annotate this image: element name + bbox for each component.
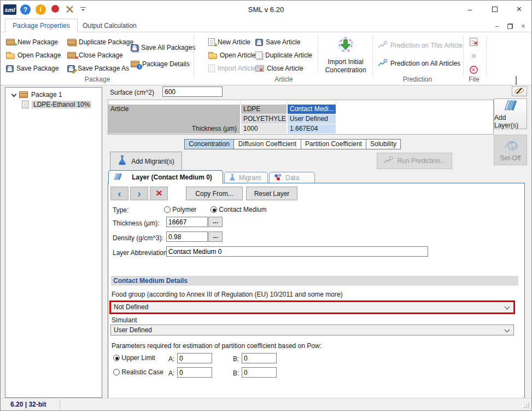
tab-migrant: Migrant: [224, 172, 268, 183]
duplicate-package-button[interactable]: Duplicate Package: [67, 37, 133, 48]
realistic-b-input[interactable]: [242, 367, 277, 378]
open-article-button[interactable]: Open Article: [208, 50, 255, 61]
surface-label: Surface (cm^2): [110, 89, 154, 96]
tab-diffusion-coefficient[interactable]: Diffusion Coefficient: [233, 139, 301, 149]
layers-icon: [504, 99, 518, 113]
tab-solubility[interactable]: Solubility: [366, 139, 401, 149]
radio-upper-limit-circle[interactable]: [113, 355, 120, 361]
resize-grip[interactable]: [528, 407, 529, 408]
exit-icon: ×: [470, 66, 478, 74]
molecule-icon: [274, 173, 282, 183]
delete-layer-button[interactable]: ×: [150, 187, 168, 200]
radio-polymer[interactable]: Polymer: [164, 206, 196, 213]
radio-upper-limit[interactable]: Upper Limit: [113, 354, 155, 362]
document-close-button[interactable]: ×: [517, 22, 529, 31]
version-status: 6.20 | 32-bit: [10, 401, 46, 408]
upper-b-input[interactable]: [242, 353, 277, 363]
layer-tab-layers-icon: [113, 172, 122, 182]
pow-parameters-label: Parameters required for estimation of pa…: [112, 342, 321, 350]
document-restore-button[interactable]: [504, 22, 516, 31]
grid-layer1-thickness[interactable]: 1000: [241, 124, 287, 134]
save-all-icon: [131, 44, 138, 51]
close-article-button[interactable]: × Close Article: [255, 63, 303, 74]
grid-layer1-name[interactable]: LDPE: [241, 105, 287, 114]
radio-contact-medium-circle[interactable]: [211, 206, 217, 213]
tab-concentration[interactable]: Concentration: [184, 139, 234, 149]
copy-from-button[interactable]: Copy From...: [186, 187, 243, 200]
grid-layer2-thickness[interactable]: 1.667E04: [288, 124, 336, 134]
grid-layer2-name-selected[interactable]: Contact Medi...: [288, 105, 336, 114]
ribbon-collapse-button[interactable]: [516, 77, 517, 85]
next-layer-button[interactable]: ›: [130, 187, 148, 200]
reset-layer-button[interactable]: Reset Layer: [246, 187, 297, 200]
radio-contact-medium[interactable]: Contact Medium: [211, 206, 267, 213]
document-minimize-button[interactable]: –: [491, 22, 503, 31]
selected-tree-label: LDPE-Ethanol 10%: [32, 101, 91, 108]
density-browse-button[interactable]: ...: [208, 231, 223, 242]
food-group-dropdown[interactable]: Not Defined: [111, 302, 513, 312]
type-label: Type:: [113, 206, 128, 214]
upper-a-input[interactable]: [177, 353, 212, 363]
new-article-button[interactable]: + New Article: [208, 37, 250, 48]
add-layers-button[interactable]: Add Layer(s): [494, 99, 527, 129]
tab-output-calculation[interactable]: Output Calculation: [75, 19, 144, 32]
food-group-label: Food group (according to Annex III of Re…: [112, 291, 343, 298]
package-details-button[interactable]: i Package Details: [131, 59, 190, 70]
window-minimize-button[interactable]: –: [458, 1, 482, 18]
open-package-button[interactable]: Open Package: [6, 50, 61, 61]
file-close-button[interactable]: ×: [466, 36, 481, 48]
save-package-as-button[interactable]: Save Package As: [67, 63, 129, 74]
tree-node-package[interactable]: Package 1: [5, 90, 102, 100]
tree-expander-icon[interactable]: [11, 91, 17, 97]
layer-detail-panel: ‹ › × Copy From... Reset Layer Type: Pol…: [108, 183, 525, 398]
layer-abbreviation-input[interactable]: [166, 246, 428, 257]
density-input[interactable]: [166, 231, 208, 242]
simulant-dropdown[interactable]: User Defined: [110, 325, 514, 335]
realistic-a-input[interactable]: [177, 367, 212, 378]
save-article-button[interactable]: Save Article: [255, 37, 300, 48]
tab-package-properties[interactable]: Package Properties: [5, 19, 78, 32]
save-all-packages-button[interactable]: Save All Packages: [131, 42, 195, 53]
chevron-up-icon: [516, 76, 517, 85]
save-package-button[interactable]: Save Package: [6, 63, 59, 74]
grid-layer1-material[interactable]: POLYETHYLE...: [241, 114, 287, 124]
file-close-all-icon: ×: [471, 51, 477, 61]
tab-partition-coefficient[interactable]: Partition Coefficient: [301, 139, 366, 149]
wizard-button[interactable]: [512, 86, 527, 96]
article-plus-icon: +: [208, 38, 215, 46]
surface-input[interactable]: [162, 86, 223, 97]
add-migrants-button[interactable]: Add Migrant(s): [110, 152, 182, 171]
save-article-icon: [255, 39, 263, 46]
package-info-icon: i: [131, 61, 139, 67]
delete-x-icon: ×: [156, 188, 162, 199]
arrow-right-icon: ›: [137, 188, 141, 200]
layer-abbreviation-label: Layer Abbreviation:: [113, 249, 169, 257]
radio-polymer-circle[interactable]: [164, 206, 171, 213]
window-maximize-button[interactable]: [482, 1, 507, 18]
radio-realistic-case-circle[interactable]: [113, 369, 120, 375]
duplicate-article-icon: [255, 51, 262, 59]
thickness-browse-button[interactable]: ...: [208, 217, 223, 227]
new-package-button[interactable]: + New Package: [6, 37, 58, 48]
close-package-button[interactable]: × Close Package: [67, 50, 123, 61]
radio-realistic-case[interactable]: Realistic Case: [113, 368, 163, 376]
tab-layer-contact-medium[interactable]: Layer (Contact Medium 0): [108, 170, 223, 183]
thickness-input[interactable]: [166, 217, 208, 227]
open-article-folder-icon: [208, 54, 217, 59]
prediction-on-all-articles-button[interactable]: Prediction on All Articles: [378, 58, 460, 69]
grid-layer2-material[interactable]: User Defined: [288, 114, 336, 124]
duplicate-article-button[interactable]: Duplicate Article: [255, 50, 312, 61]
duplicate-package-icon: [67, 39, 76, 45]
save-as-icon: [67, 65, 75, 72]
tree-node-article[interactable]: LDPE-Ethanol 10%: [5, 100, 102, 109]
prediction-on-this-article-button: Prediction on This Article: [378, 40, 463, 51]
previous-layer-button[interactable]: ‹: [110, 187, 128, 200]
window-close-button[interactable]: ×: [507, 1, 531, 18]
package-group-label: Package: [3, 76, 192, 83]
food-group-highlight-box: Not Defined: [109, 300, 515, 314]
prediction-disabled-icon: [378, 41, 388, 50]
prediction-group-label: Prediction: [372, 76, 463, 83]
file-exit-button[interactable]: ×: [466, 63, 481, 76]
file-close-all-button: ×: [466, 50, 481, 62]
import-initial-concentration-button[interactable]: Import Initial Concentration: [322, 36, 369, 74]
